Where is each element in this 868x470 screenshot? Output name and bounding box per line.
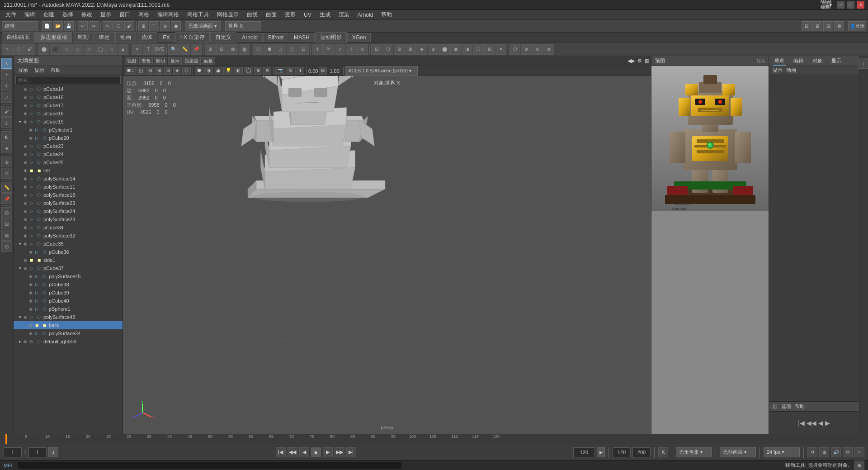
tool-sculpt[interactable]: ◎ [1, 117, 12, 128]
icon-wedge[interactable]: ◑ [462, 44, 472, 55]
viewport-canvas[interactable]: 顶点: 3156 0 0 边: 5982 0 0 面: 2952 0 [123, 76, 651, 434]
menu-mesh-tools[interactable]: 网格工具 [184, 10, 212, 19]
icon-plane[interactable]: ▱ [84, 44, 94, 55]
rp-sub-show[interactable]: 显示 [773, 67, 783, 74]
icon-layout4[interactable]: ▦ [239, 44, 250, 55]
outliner-item-left[interactable]: ◉ ◼ ◼ left [14, 166, 123, 175]
icon-text[interactable]: T [143, 44, 154, 55]
tb-undo[interactable]: ↩ [78, 21, 88, 31]
icon-edit-mesh4[interactable]: ◫ [287, 44, 297, 55]
outliner-item-pCube18[interactable]: ◉ ▷ ⬡ pCube18 [14, 109, 123, 118]
icon-bridge[interactable]: ⊟ [371, 44, 382, 55]
icon-delete-edge[interactable]: ✕ [495, 44, 506, 55]
tool-paint[interactable]: 🖌 [1, 106, 12, 117]
menu-mesh-display[interactable]: 网格显示 [213, 10, 242, 19]
icon-torus[interactable]: ◯ [95, 44, 106, 55]
icon-layout3[interactable]: ⊠ [227, 44, 238, 55]
vp-menu-panel[interactable]: 面板 [202, 57, 215, 65]
outliner-item-pCube36[interactable]: ◉ ▷ ⬡ pCube36 [14, 248, 123, 256]
outliner-item-pSphere1[interactable]: ◉ ▷ ⬡ pSphere1 [14, 305, 123, 313]
tab-curves-surfaces[interactable]: 曲线/曲面 [2, 32, 35, 43]
icon-soft-select[interactable]: ⊙ [357, 44, 368, 55]
current-frame-input[interactable] [4, 447, 22, 457]
menu-uv[interactable]: UV [300, 11, 315, 19]
outliner-item-pCube24[interactable]: ◉ ▷ ⬡ pCube24 [14, 150, 123, 158]
menu-mesh[interactable]: 网格 [135, 10, 153, 19]
tool-move[interactable]: ✛ [1, 69, 12, 80]
outliner-item-pCube39[interactable]: ◉ ▷ ⬡ pCube39 [14, 289, 123, 297]
tool-scale[interactable]: ⤢ [1, 92, 12, 103]
vp-render-btn5[interactable]: ⊡ [164, 67, 172, 75]
pb-end-frame-indicator[interactable]: ▶ [597, 447, 605, 457]
icon-select[interactable]: ↖ [2, 44, 13, 55]
vp-icon-display[interactable]: ▦ [645, 58, 649, 64]
icon-svg[interactable]: SVG [154, 44, 165, 55]
icon-edit-mesh1[interactable]: ⬡ [253, 44, 264, 55]
pb-audio-btn[interactable]: 🔊 [831, 447, 841, 457]
icon-scale[interactable]: ⤢ [335, 44, 345, 55]
menu-arnold[interactable]: Arnold [354, 11, 377, 19]
outliner-item-polySurface32[interactable]: ◉ ▷ ⬡ polySurface32 [14, 232, 123, 240]
outliner-item-back[interactable]: ◉ ◼ ◼ back [14, 321, 123, 329]
outliner-item-polySurface24[interactable]: ◉ ▷ ⬡ polySurface24 [14, 207, 123, 215]
tool-rotate[interactable]: ↻ [1, 81, 12, 91]
vp-icon-gear[interactable]: ⚙ [637, 58, 642, 64]
outliner-item-pCube37[interactable]: ▾ ◉ ▷ ⬡ pCube37 [14, 264, 123, 272]
vp-motion-btn[interactable]: ≋ [263, 67, 271, 75]
outliner-item-polySurface28[interactable]: ◉ ▷ ⬡ polySurface28 [14, 215, 123, 223]
menu-help[interactable]: 帮助 [377, 10, 396, 19]
minimize-btn[interactable]: ─ [837, 1, 844, 9]
menu-modify[interactable]: 修改 [78, 10, 96, 19]
tb-snap-grid[interactable]: ⊞ [138, 21, 148, 31]
vp-render-btn1[interactable]: ◼◻ [125, 67, 136, 75]
icon-offset-loop[interactable]: ◈ [416, 44, 427, 55]
icon-collapse[interactable]: ⬡ [473, 44, 484, 55]
login-btn[interactable]: 👤 登录 [848, 21, 866, 31]
tool-grid1[interactable]: ⊞ [1, 207, 12, 218]
icon-bool-diff[interactable]: ⊖ [532, 44, 543, 55]
outliner-item-pCube34[interactable]: ◉ ▷ ⬡ pCube34 [14, 223, 123, 232]
ref-image-area[interactable]: WORLD WarCraft [651, 66, 769, 434]
vp-render-btn2[interactable]: ◫ [137, 67, 145, 75]
tool-grid3[interactable]: ⊠ [1, 230, 12, 241]
tb-layout3[interactable]: ⊟ [823, 21, 833, 31]
tab-fx-render[interactable]: FX 渲染存 [175, 32, 210, 43]
pb-more-btn[interactable]: ≡ [854, 447, 864, 457]
icon-fill-hole[interactable]: ⬤ [439, 44, 450, 55]
icon-edit-mesh3[interactable]: △ [275, 44, 286, 55]
close-btn[interactable]: ✕ [857, 1, 864, 9]
tool-grid4[interactable]: ⊡ [1, 241, 12, 252]
vp-shaded-btn[interactable]: ◑ [204, 67, 213, 75]
icon-bool-intersect[interactable]: ⊗ [543, 44, 554, 55]
rp-tab-layer[interactable]: 层 [773, 403, 778, 410]
tab-sculpt[interactable]: 雕刻 [73, 32, 94, 43]
outliner-menu-display[interactable]: 显示 [32, 66, 47, 74]
icon-bool-union[interactable]: ⊕ [521, 44, 532, 55]
outliner-item-polySurface45[interactable]: ◉ ▷ ⬡ polySurface45 [14, 272, 123, 280]
rp-tab-channel[interactable]: 通道 [773, 56, 786, 66]
world-dropdown[interactable]: 世界 X [225, 21, 261, 31]
menu-curves[interactable]: 曲线 [243, 10, 261, 19]
tb-snap-point[interactable]: ⊕ [160, 21, 170, 31]
vp-shadow-btn[interactable]: ◐ [234, 67, 243, 75]
timeline-row[interactable]: 1 5 10 15 20 25 30 35 40 45 50 55 60 65 … [0, 434, 868, 444]
outliner-menu-help[interactable]: 帮助 [48, 66, 63, 74]
icon-cylinder[interactable]: ⬭ [61, 44, 72, 55]
pb-play-fwd[interactable]: ▶ [323, 447, 333, 457]
tool-show-hide[interactable]: ◐ [1, 131, 12, 142]
menu-render[interactable]: 渲染 [335, 10, 353, 19]
icon-extrude[interactable]: ⊞ [394, 44, 405, 55]
tb-lasso[interactable]: ⬡ [113, 21, 123, 31]
tb-paint[interactable]: 🖌 [124, 21, 134, 31]
vp-ao-btn[interactable]: ◯ [244, 67, 253, 75]
tool-snap[interactable]: ⊕ [1, 157, 12, 167]
tool-select[interactable]: ↖ [1, 58, 12, 69]
character-set-dropdown[interactable]: 无角色集 ▾ [676, 447, 712, 457]
tb-layout1[interactable]: ⊟ [802, 21, 811, 31]
menu-file[interactable]: 文件 [2, 10, 20, 19]
menu-window[interactable]: 窗口 [116, 10, 134, 19]
outliner-item-pCube38[interactable]: ◉ ▷ ⬡ pCube38 [14, 280, 123, 289]
pb-step-back[interactable]: ◀◀ [288, 447, 297, 457]
outliner-item-polySurface14[interactable]: ◉ ▷ ⬡ polySurface14 [14, 175, 123, 183]
icon-cone[interactable]: △ [72, 44, 83, 55]
